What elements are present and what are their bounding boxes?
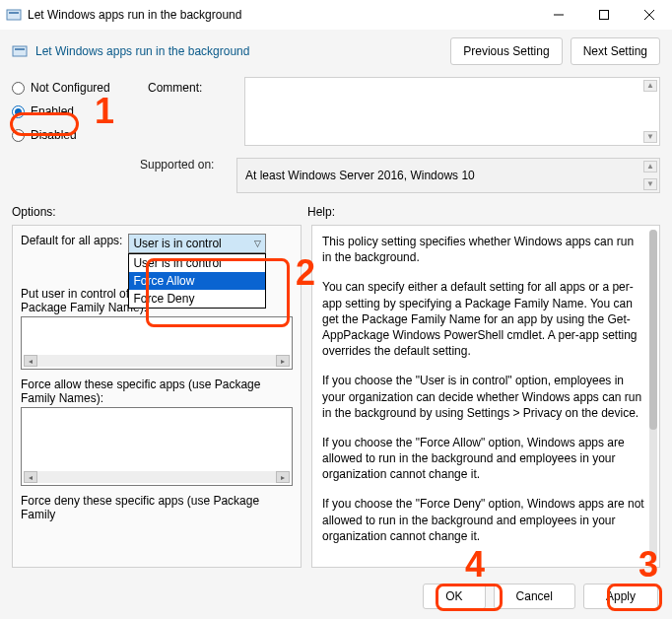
radio-label: Enabled — [31, 104, 74, 118]
svg-rect-7 — [15, 48, 25, 50]
maximize-button[interactable] — [581, 0, 627, 30]
config-row: Not Configured Enabled Disabled Comment:… — [0, 69, 672, 152]
default-select-dropdown: User is in control Force Allow Force Den… — [128, 253, 266, 309]
svg-rect-6 — [13, 46, 27, 56]
help-p: If you choose the "User is in control" o… — [322, 373, 645, 421]
vscrollbar[interactable] — [649, 230, 657, 563]
scroll-left-icon[interactable]: ◂ — [24, 471, 37, 483]
apply-button[interactable]: Apply — [583, 584, 658, 609]
default-select[interactable]: User is in control ▽ — [128, 234, 266, 253]
option-force-allow[interactable]: Force Allow — [129, 272, 265, 290]
hscrollbar[interactable]: ◂ ▸ — [24, 471, 290, 483]
scroll-left-icon[interactable]: ◂ — [24, 355, 37, 367]
help-p: This policy setting specifies whether Wi… — [322, 234, 645, 265]
comment-label: Comment: — [148, 81, 202, 95]
force-allow-listbox[interactable]: ◂ ▸ — [21, 407, 293, 486]
help-pane: This policy setting specifies whether Wi… — [311, 225, 660, 568]
svg-rect-0 — [7, 10, 21, 20]
policy-icon-large — [12, 43, 28, 59]
radio-disabled[interactable]: Disabled — [12, 128, 140, 142]
help-p: If you choose the "Force Allow" option, … — [322, 435, 645, 483]
comment-input[interactable]: ▲ ▼ — [244, 77, 660, 146]
split-panes: Default for all apps: User is in control… — [0, 225, 672, 568]
force-deny-label: Force deny these specific apps (use Pack… — [21, 494, 293, 521]
radio-dot — [12, 82, 25, 95]
help-p: If you choose the "Force Deny" option, W… — [322, 496, 645, 544]
scroll-right-icon[interactable]: ▸ — [276, 355, 290, 367]
header-subtitle: Let Windows apps run in the background — [35, 44, 442, 58]
svg-rect-1 — [9, 12, 19, 14]
hscrollbar[interactable]: ◂ ▸ — [24, 355, 290, 367]
scroll-thumb[interactable] — [649, 230, 657, 430]
policy-icon — [6, 7, 22, 23]
help-p: You can specify either a default setting… — [322, 279, 645, 359]
close-button[interactable] — [627, 0, 672, 30]
next-setting-button[interactable]: Next Setting — [571, 37, 660, 65]
radio-dot — [12, 105, 25, 118]
help-label: Help: — [307, 205, 335, 219]
svg-rect-3 — [600, 11, 609, 20]
ok-button[interactable]: OK — [423, 584, 485, 609]
supported-label: Supported on: — [140, 158, 214, 172]
header-row: Let Windows apps run in the background P… — [0, 30, 672, 69]
pane-labels: Options: Help: — [0, 203, 672, 225]
window-title: Let Windows apps run in the background — [28, 8, 536, 22]
supported-row: Supported on: At least Windows Server 20… — [0, 152, 672, 203]
radio-label: Disabled — [31, 128, 77, 142]
spin-up-icon[interactable]: ▲ — [643, 161, 657, 172]
titlebar: Let Windows apps run in the background — [0, 0, 672, 30]
radio-enabled[interactable]: Enabled — [12, 104, 140, 118]
default-label: Default for all apps: — [21, 234, 122, 247]
select-value: User is in control — [133, 237, 221, 250]
previous-setting-button[interactable]: Previous Setting — [450, 37, 562, 65]
spin-down-icon[interactable]: ▼ — [643, 131, 657, 143]
options-label: Options: — [12, 205, 56, 219]
chevron-down-icon: ▽ — [254, 239, 261, 248]
radio-not-configured[interactable]: Not Configured — [12, 81, 140, 95]
put-user-listbox[interactable]: ◂ ▸ — [21, 316, 293, 370]
spin-up-icon[interactable]: ▲ — [643, 80, 657, 92]
option-force-deny[interactable]: Force Deny — [129, 290, 265, 308]
radio-label: Not Configured — [31, 81, 110, 95]
supported-box: At least Windows Server 2016, Windows 10… — [236, 158, 660, 193]
radio-dot — [12, 129, 25, 142]
scroll-right-icon[interactable]: ▸ — [276, 471, 290, 483]
dialog-buttons: OK Cancel Apply — [423, 584, 658, 609]
spin-down-icon[interactable]: ▼ — [643, 178, 657, 190]
option-user-in-control[interactable]: User is in control — [129, 254, 265, 272]
options-pane: Default for all apps: User is in control… — [12, 225, 302, 568]
force-allow-label: Force allow these specific apps (use Pac… — [21, 378, 293, 405]
cancel-button[interactable]: Cancel — [494, 584, 575, 609]
supported-text: At least Windows Server 2016, Windows 10 — [245, 169, 475, 182]
minimize-button[interactable] — [536, 0, 581, 30]
